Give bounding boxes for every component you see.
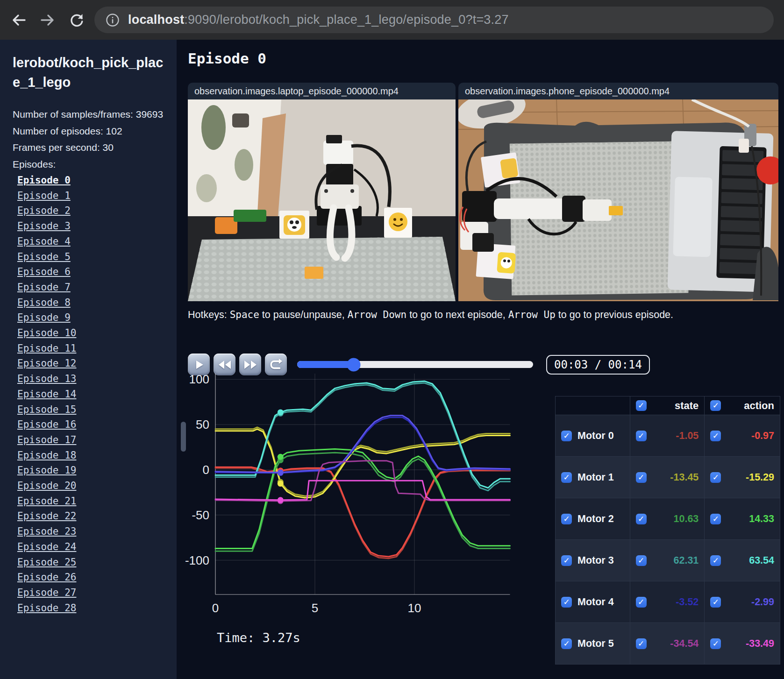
time-display: 00:03 / 00:14 xyxy=(546,355,650,375)
motor-row-checkbox[interactable]: ✓ xyxy=(561,638,572,649)
action-value-checkbox[interactable]: ✓ xyxy=(710,555,721,566)
motor-row-checkbox[interactable]: ✓ xyxy=(561,472,572,483)
action-value: -0.97 xyxy=(751,430,774,442)
episode-link[interactable]: Episode 18 xyxy=(13,448,167,463)
action-value: -33.49 xyxy=(746,638,774,650)
table-header-empty xyxy=(556,396,630,415)
motor-table: ✓state ✓action ✓Motor 0✓-1.05✓-0.97✓Moto… xyxy=(555,396,780,665)
action-value-checkbox[interactable]: ✓ xyxy=(710,597,721,608)
action-value-checkbox[interactable]: ✓ xyxy=(710,638,721,649)
stat-line: Episodes: xyxy=(13,156,167,173)
action-value-checkbox[interactable]: ✓ xyxy=(710,514,721,524)
state-value: -1.05 xyxy=(676,430,698,442)
reload-icon[interactable] xyxy=(66,10,87,30)
back-icon[interactable] xyxy=(8,10,29,30)
table-header-action: ✓action xyxy=(705,396,780,415)
episode-link[interactable]: Episode 1 xyxy=(13,188,167,204)
phone-video-frame[interactable] xyxy=(458,99,778,301)
episode-link[interactable]: Episode 27 xyxy=(13,585,167,601)
svg-text:100: 100 xyxy=(189,372,209,386)
state-value: -34.54 xyxy=(670,638,698,650)
episode-link[interactable]: Episode 0 xyxy=(13,173,167,188)
episode-link[interactable]: Episode 20 xyxy=(13,478,167,494)
table-row: ✓Motor 0✓-1.05✓-0.97 xyxy=(556,415,780,457)
url-bar[interactable]: localhost:9090/lerobot/koch_pick_place_1… xyxy=(94,7,774,33)
video-block-phone: observation.images.phone_episode_000000.… xyxy=(458,83,778,301)
state-value-checkbox[interactable]: ✓ xyxy=(636,597,647,608)
dataset-title: lerobot/koch_pick_place_1_lego xyxy=(13,53,167,92)
episode-link[interactable]: Episode 12 xyxy=(13,356,167,371)
episode-link[interactable]: Episode 28 xyxy=(13,601,167,616)
action-column-checkbox[interactable]: ✓ xyxy=(710,400,721,411)
table-row: ✓Motor 5✓-34.54✓-33.49 xyxy=(556,623,780,665)
table-header-state: ✓state xyxy=(630,396,705,415)
episode-link[interactable]: Episode 17 xyxy=(13,432,167,448)
episode-link[interactable]: Episode 23 xyxy=(13,524,167,539)
episode-link[interactable]: Episode 22 xyxy=(13,509,167,524)
video-panels: observation.images.laptop_episode_000000… xyxy=(188,83,778,301)
motor-row-checkbox[interactable]: ✓ xyxy=(561,555,572,566)
motor-label: Motor 4 xyxy=(577,596,614,608)
action-value-checkbox[interactable]: ✓ xyxy=(710,472,721,483)
episode-link[interactable]: Episode 26 xyxy=(13,570,167,585)
chart-time-label: Time: 3.27s xyxy=(217,630,300,645)
motor-label: Motor 0 xyxy=(577,430,614,442)
state-value-checkbox[interactable]: ✓ xyxy=(636,514,647,524)
state-value-checkbox[interactable]: ✓ xyxy=(636,431,647,441)
dataset-stats: Number of samples/frames: 39693Number of… xyxy=(13,106,167,172)
stat-line: Number of samples/frames: 39693 xyxy=(13,106,167,123)
episode-list: Episode 0Episode 1Episode 2Episode 3Epis… xyxy=(13,173,167,615)
motor-label: Motor 2 xyxy=(577,513,614,525)
episode-link[interactable]: Episode 7 xyxy=(13,280,167,295)
stat-line: Frames per second: 30 xyxy=(13,139,167,156)
state-value-checkbox[interactable]: ✓ xyxy=(636,472,647,483)
laptop-video-frame[interactable] xyxy=(188,99,456,301)
state-header-label: state xyxy=(675,400,698,412)
action-value: -2.99 xyxy=(751,596,774,608)
episode-link[interactable]: Episode 2 xyxy=(13,203,167,219)
episode-link[interactable]: Episode 8 xyxy=(13,295,167,311)
chart-svg: 100500-50-1000510Time: 3.27s xyxy=(182,367,515,665)
state-value: -3.52 xyxy=(676,596,698,608)
svg-text:0: 0 xyxy=(212,601,219,615)
episode-link[interactable]: Episode 24 xyxy=(13,539,167,555)
episode-link[interactable]: Episode 4 xyxy=(13,234,167,249)
video-block-laptop: observation.images.laptop_episode_000000… xyxy=(188,83,456,301)
url-text: localhost:9090/lerobot/koch_pick_place_1… xyxy=(128,13,509,27)
motor-table-body: ✓Motor 0✓-1.05✓-0.97✓Motor 1✓-13.45✓-15.… xyxy=(556,415,780,665)
episode-link[interactable]: Episode 25 xyxy=(13,555,167,570)
episode-link[interactable]: Episode 14 xyxy=(13,387,167,402)
episode-link[interactable]: Episode 5 xyxy=(13,249,167,265)
motor-label: Motor 1 xyxy=(577,472,614,483)
episode-link[interactable]: Episode 13 xyxy=(13,371,167,387)
state-value-checkbox[interactable]: ✓ xyxy=(636,555,647,566)
state-value-checkbox[interactable]: ✓ xyxy=(636,638,647,649)
svg-text:5: 5 xyxy=(312,601,318,615)
motor-label: Motor 3 xyxy=(577,555,614,566)
state-column-checkbox[interactable]: ✓ xyxy=(636,400,647,411)
motor-label: Motor 5 xyxy=(577,638,614,650)
site-info-icon[interactable] xyxy=(104,11,121,29)
motor-row-checkbox[interactable]: ✓ xyxy=(561,514,572,524)
forward-icon[interactable] xyxy=(37,10,58,30)
motor-row-checkbox[interactable]: ✓ xyxy=(561,431,572,441)
table-row: ✓Motor 1✓-13.45✓-15.29 xyxy=(556,457,780,498)
state-value: 62.31 xyxy=(674,555,699,566)
motor-row-checkbox[interactable]: ✓ xyxy=(561,597,572,608)
episode-link[interactable]: Episode 11 xyxy=(13,341,167,356)
episode-link[interactable]: Episode 15 xyxy=(13,402,167,417)
action-value-checkbox[interactable]: ✓ xyxy=(710,431,721,441)
action-value: -15.29 xyxy=(746,472,774,483)
episode-link[interactable]: Episode 19 xyxy=(13,463,167,478)
episode-link[interactable]: Episode 3 xyxy=(13,219,167,234)
episode-link[interactable]: Episode 10 xyxy=(13,325,167,341)
video-title-phone: observation.images.phone_episode_000000.… xyxy=(458,83,778,99)
svg-text:10: 10 xyxy=(408,601,421,615)
episode-link[interactable]: Episode 9 xyxy=(13,310,167,325)
state-value: -13.45 xyxy=(670,472,698,483)
episode-link[interactable]: Episode 16 xyxy=(13,417,167,432)
episode-link[interactable]: Episode 6 xyxy=(13,264,167,280)
page-title: Episode 0 xyxy=(188,50,266,67)
episode-link[interactable]: Episode 21 xyxy=(13,494,167,509)
svg-text:50: 50 xyxy=(196,417,209,431)
